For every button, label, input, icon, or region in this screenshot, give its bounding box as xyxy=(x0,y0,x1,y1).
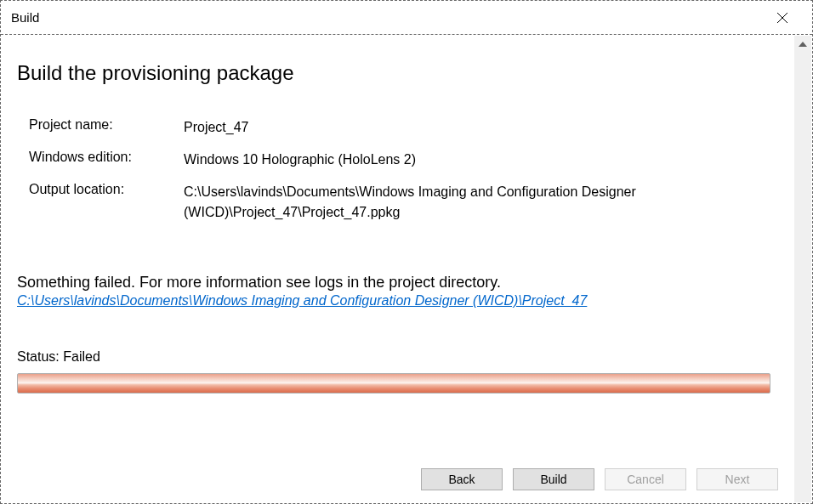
page-heading: Build the provisioning package xyxy=(17,61,778,85)
project-name-value: Project_47 xyxy=(184,117,778,138)
cancel-button: Cancel xyxy=(605,468,686,490)
close-button[interactable] xyxy=(763,5,802,31)
build-button[interactable]: Build xyxy=(513,468,594,490)
log-directory-link[interactable]: C:\Users\lavinds\Documents\Windows Imagi… xyxy=(17,293,587,309)
content-area: Build the provisioning package Project n… xyxy=(2,36,793,502)
back-button[interactable]: Back xyxy=(421,468,503,490)
output-location-value: C:\Users\lavinds\Documents\Windows Imagi… xyxy=(184,182,778,223)
project-name-label: Project name: xyxy=(29,117,184,138)
scroll-up-button[interactable] xyxy=(794,36,811,53)
row-windows-edition: Windows edition: Windows 10 Holographic … xyxy=(29,150,778,170)
close-icon xyxy=(777,13,787,23)
vertical-scrollbar[interactable] xyxy=(794,36,811,502)
status-value: Failed xyxy=(63,349,100,364)
progress-bar xyxy=(17,373,770,394)
build-dialog: Build Build the provisioning package Pro… xyxy=(0,0,813,504)
info-table: Project name: Project_47 Windows edition… xyxy=(29,117,778,223)
windows-edition-value: Windows 10 Holographic (HoloLens 2) xyxy=(184,150,778,170)
button-row: Back Build Cancel Next xyxy=(421,468,778,490)
status-line: Status: Failed xyxy=(17,349,778,365)
titlebar: Build xyxy=(1,1,812,35)
chevron-up-icon xyxy=(799,42,807,47)
status-label: Status: xyxy=(17,349,60,364)
window-title: Build xyxy=(11,10,39,25)
output-location-label: Output location: xyxy=(29,182,184,223)
error-message: Something failed. For more information s… xyxy=(17,274,778,292)
row-output-location: Output location: C:\Users\lavinds\Docume… xyxy=(29,182,778,223)
next-button: Next xyxy=(696,468,778,490)
row-project-name: Project name: Project_47 xyxy=(29,117,778,138)
windows-edition-label: Windows edition: xyxy=(29,150,184,170)
